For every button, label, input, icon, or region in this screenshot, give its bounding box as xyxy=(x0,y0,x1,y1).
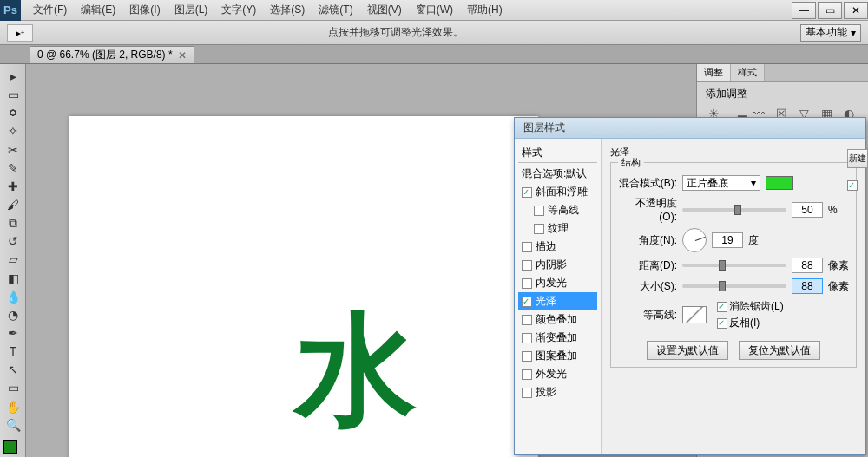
structure-fieldset: 结构 混合模式(B): 正片叠底 ▾ 不透明度(O): 50 % 角度(N xyxy=(610,162,857,368)
marquee-tool-icon[interactable]: ▭ xyxy=(2,86,24,103)
current-tool-icon[interactable]: ▸+ xyxy=(7,24,33,42)
structure-legend: 结构 xyxy=(618,156,644,169)
style-checkbox[interactable] xyxy=(522,242,532,252)
workspace-selector[interactable]: 基本功能 ▾ xyxy=(800,24,861,42)
minimize-button[interactable]: — xyxy=(792,2,816,19)
color-swatch[interactable] xyxy=(766,176,793,190)
document-tab[interactable]: 0 @ 66.7% (图层 2, RGB/8) * ✕ xyxy=(30,46,194,63)
canvas[interactable]: 水 xyxy=(69,116,538,457)
app-logo: Ps xyxy=(0,0,21,21)
close-button[interactable]: ✕ xyxy=(844,2,868,19)
menu-layer[interactable]: 图层(L) xyxy=(169,1,214,19)
path-tool-icon[interactable]: ↖ xyxy=(2,361,24,378)
foreground-color-swatch[interactable] xyxy=(3,440,17,454)
invert-checkbox[interactable]: 反相(I) xyxy=(717,316,784,330)
history-brush-icon[interactable]: ↺ xyxy=(2,232,24,250)
style-checkbox[interactable] xyxy=(522,388,532,398)
tab-styles[interactable]: 样式 xyxy=(731,64,765,81)
gradient-tool-icon[interactable]: ◧ xyxy=(2,270,24,287)
style-checkbox[interactable] xyxy=(522,278,532,289)
menu-window[interactable]: 窗口(W) xyxy=(411,1,458,19)
zoom-tool-icon[interactable]: 🔍 xyxy=(2,416,24,434)
blend-mode-select[interactable]: 正片叠底 ▾ xyxy=(682,175,760,191)
blend-mode-label: 混合模式(B): xyxy=(618,176,677,191)
blend-options-row[interactable]: 混合选项:默认 xyxy=(518,165,597,183)
heal-tool-icon[interactable]: ✚ xyxy=(2,178,24,195)
color-swatches[interactable] xyxy=(3,440,23,457)
menu-edit[interactable]: 编辑(E) xyxy=(76,1,121,19)
style-list-header[interactable]: 样式 xyxy=(518,144,597,163)
pen-tool-icon[interactable]: ✒ xyxy=(2,324,24,342)
hand-tool-icon[interactable]: ✋ xyxy=(2,398,24,415)
stamp-tool-icon[interactable]: ⧉ xyxy=(2,214,24,232)
style-label: 渐变叠加 xyxy=(536,330,577,345)
style-checkbox[interactable] xyxy=(522,260,532,271)
style-row-投影[interactable]: 投影 xyxy=(518,383,597,402)
dialog-title: 图层样式 xyxy=(515,118,865,139)
style-row-等高线[interactable]: 等高线 xyxy=(518,201,597,219)
type-tool-icon[interactable]: T xyxy=(2,343,24,360)
style-checkbox[interactable] xyxy=(522,297,532,307)
style-label: 等高线 xyxy=(548,203,579,218)
dialog-side-buttons: 新建 xyxy=(847,149,868,253)
style-checkbox[interactable] xyxy=(522,315,532,325)
crop-tool-icon[interactable]: ✂ xyxy=(2,141,24,159)
close-icon[interactable]: ✕ xyxy=(178,49,187,62)
invert-label: 反相(I) xyxy=(729,316,760,330)
menu-type[interactable]: 文字(Y) xyxy=(216,1,261,19)
style-row-外发光[interactable]: 外发光 xyxy=(518,365,597,383)
style-row-内阴影[interactable]: 内阴影 xyxy=(518,256,597,274)
menu-filter[interactable]: 滤镜(T) xyxy=(313,1,358,19)
eyedropper-tool-icon[interactable]: ✎ xyxy=(2,160,24,177)
tab-adjustments[interactable]: 调整 xyxy=(697,64,731,81)
style-row-斜面和浮雕[interactable]: 斜面和浮雕 xyxy=(518,183,597,201)
style-checkbox[interactable] xyxy=(522,187,532,198)
style-row-光泽[interactable]: 光泽 xyxy=(518,292,597,310)
opacity-input[interactable]: 50 xyxy=(792,202,823,218)
style-checkbox[interactable] xyxy=(534,224,544,234)
new-style-button[interactable]: 新建 xyxy=(847,149,868,168)
style-row-描边[interactable]: 描边 xyxy=(518,238,597,256)
anti-alias-checkbox[interactable]: 消除锯齿(L) xyxy=(717,299,784,314)
angle-dial[interactable] xyxy=(682,228,707,252)
style-row-渐变叠加[interactable]: 渐变叠加 xyxy=(518,329,597,347)
reset-default-button[interactable]: 复位为默认值 xyxy=(739,341,820,360)
contour-picker[interactable] xyxy=(682,306,707,323)
opacity-label: 不透明度(O): xyxy=(618,196,677,223)
style-checkbox[interactable] xyxy=(534,206,544,216)
section-title: 光泽 xyxy=(610,146,857,159)
menu-view[interactable]: 视图(V) xyxy=(362,1,407,19)
menu-file[interactable]: 文件(F) xyxy=(28,1,72,19)
style-list: 样式 混合选项:默认 斜面和浮雕等高线纹理描边内阴影内发光光泽颜色叠加渐变叠加图… xyxy=(515,139,602,454)
dodge-tool-icon[interactable]: ◔ xyxy=(2,306,24,323)
menu-image[interactable]: 图像(I) xyxy=(124,1,165,19)
brush-tool-icon[interactable]: 🖌 xyxy=(2,196,24,213)
style-checkbox[interactable] xyxy=(522,369,532,380)
distance-slider[interactable] xyxy=(682,264,786,267)
style-checkbox[interactable] xyxy=(522,333,532,343)
size-input[interactable]: 88 xyxy=(792,278,823,294)
blur-tool-icon[interactable]: 💧 xyxy=(2,288,24,305)
lasso-tool-icon[interactable]: ⭘ xyxy=(2,104,24,121)
style-row-纹理[interactable]: 纹理 xyxy=(518,219,597,238)
distance-input[interactable]: 88 xyxy=(792,258,823,273)
move-tool-icon[interactable]: ▸ xyxy=(2,68,24,85)
style-row-内发光[interactable]: 内发光 xyxy=(518,274,597,292)
style-row-图案叠加[interactable]: 图案叠加 xyxy=(518,347,597,365)
canvas-text: 水 xyxy=(295,290,417,454)
add-adjustment-label: 添加调整 xyxy=(706,87,859,101)
wand-tool-icon[interactable]: ✧ xyxy=(2,122,24,140)
eraser-tool-icon[interactable]: ▱ xyxy=(2,251,24,268)
style-row-颜色叠加[interactable]: 颜色叠加 xyxy=(518,310,597,329)
style-checkbox[interactable] xyxy=(522,351,532,362)
preview-checkbox[interactable] xyxy=(847,180,858,191)
maximize-button[interactable]: ▭ xyxy=(818,2,842,19)
toolbox: ▸ ▭ ⭘ ✧ ✂ ✎ ✚ 🖌 ⧉ ↺ ▱ ◧ 💧 ◔ ✒ T ↖ ▭ ✋ 🔍 xyxy=(0,64,26,457)
size-slider[interactable] xyxy=(682,284,786,288)
opacity-slider[interactable] xyxy=(682,208,786,212)
menu-help[interactable]: 帮助(H) xyxy=(462,1,508,19)
make-default-button[interactable]: 设置为默认值 xyxy=(647,341,728,360)
shape-tool-icon[interactable]: ▭ xyxy=(2,379,24,396)
menu-select[interactable]: 选择(S) xyxy=(265,1,310,19)
angle-input[interactable]: 19 xyxy=(712,232,743,248)
